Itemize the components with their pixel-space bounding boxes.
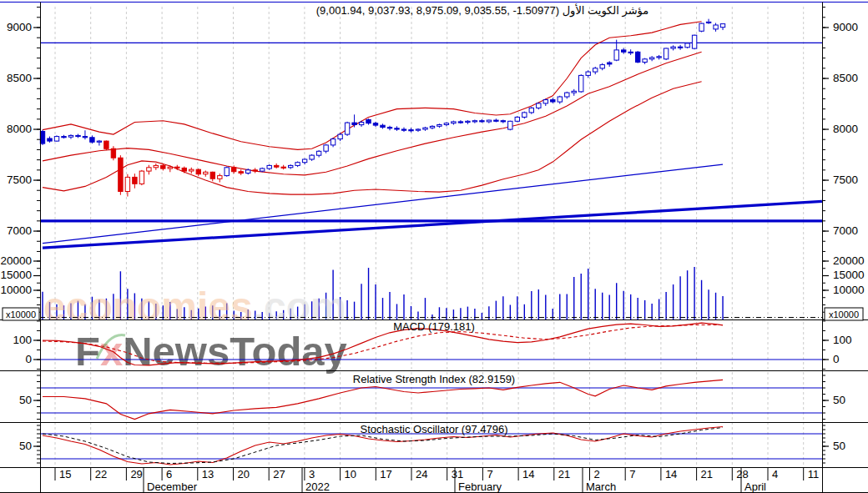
candle-body [232, 168, 236, 172]
macd-tick-label: 100 [13, 334, 32, 346]
candle-body [154, 165, 158, 167]
candle-body [401, 129, 406, 130]
week-label: 7 [629, 468, 635, 480]
candle-body [161, 165, 165, 169]
candle-body [239, 172, 243, 174]
candle-body [714, 25, 718, 29]
candle-body [628, 52, 633, 53]
watermark-news-rest: NewsToday [123, 329, 347, 374]
candle-body [529, 108, 533, 113]
candle-body [90, 138, 94, 143]
price-tick-label: 8000 [833, 123, 858, 135]
candle-body [501, 121, 505, 122]
candle-body [416, 129, 420, 130]
price-tick-label: 7000 [833, 224, 858, 237]
price-tick-label: 8000 [7, 123, 32, 135]
month-label: December [147, 480, 198, 493]
volume-tick-label: 10000 [833, 284, 865, 296]
volume-multiplier-label: x10000 [6, 309, 36, 319]
candle-body [586, 72, 590, 75]
stock-chart: economies.com FxNewsToday 70007000750075… [0, 0, 868, 493]
volume-multiplier-left: x10000 [3, 308, 39, 320]
week-label: 7 [487, 468, 492, 480]
candle-body [310, 155, 314, 159]
candle-body [515, 117, 519, 121]
candle-body [551, 100, 555, 102]
week-label: 11 [808, 468, 820, 480]
month-label: February [458, 480, 502, 493]
candle-body [104, 141, 108, 148]
week-label: 3 [309, 468, 315, 480]
candle-body [600, 65, 604, 68]
candle-body [175, 167, 179, 168]
candle-body [622, 50, 626, 52]
candle-body [608, 63, 612, 64]
axes-layer: 7000700075007500800080008500850090009000… [0, 3, 868, 493]
candle-body [139, 171, 144, 184]
candle-body [260, 169, 265, 171]
candle-body [487, 120, 491, 122]
price-tick-label: 7500 [7, 174, 32, 186]
week-label: 10 [345, 468, 356, 480]
price-tick-label: 9000 [7, 21, 32, 33]
price-tick-label: 7500 [833, 174, 858, 186]
candle-body [458, 122, 462, 123]
candle-body [83, 137, 87, 138]
week-label: 4 [772, 468, 778, 480]
price-tick-label: 9000 [833, 21, 858, 33]
candle-body [366, 119, 371, 123]
chart-window: economies.com FxNewsToday 70007000750075… [0, 0, 868, 493]
candle-body [720, 24, 724, 28]
candle-body [664, 48, 668, 59]
candle-body [494, 120, 498, 121]
candle-body [168, 167, 172, 169]
week-label: 21 [558, 468, 570, 480]
candle-body [76, 135, 80, 136]
watermark-economies: economies.com [43, 284, 346, 329]
rsi-panel-label: Relative Strength Index (82.9159) [353, 373, 515, 385]
week-label: 17 [380, 468, 391, 480]
candle-body [537, 103, 541, 108]
stoch-tick-label: 50 [833, 440, 845, 452]
volume-tick-label: 10000 [0, 284, 32, 296]
candle-body [54, 137, 58, 142]
candle-body [338, 134, 342, 139]
volume-multiplier-right: x10000 [825, 308, 863, 320]
volume-tick-label: 15000 [0, 269, 32, 281]
candle-body [48, 138, 52, 141]
candle-body [543, 100, 548, 103]
week-label: 21 [701, 468, 713, 480]
week-label: 22 [95, 468, 107, 480]
macd-panel-label: MACD (179.181) [393, 320, 475, 333]
candle-body [147, 168, 151, 171]
month-label: April [744, 480, 766, 493]
bollinger-middle [43, 52, 702, 175]
watermark-news-f: F [75, 329, 100, 374]
candle-body [423, 128, 427, 129]
candle-body [593, 68, 598, 72]
candle-body [508, 121, 512, 129]
candle-body [302, 159, 306, 163]
candle-body [68, 135, 73, 137]
candle-body [472, 121, 477, 122]
month-label: March [586, 480, 616, 493]
candle-body [289, 165, 293, 167]
rsi-tick-label: 50 [19, 394, 32, 406]
macd-tick-label: 0 [25, 353, 32, 365]
bollinger-upper [43, 22, 702, 150]
grid-layer [55, 7, 804, 467]
candle-body [359, 123, 363, 125]
candle-body [324, 145, 328, 151]
candle-body [331, 139, 335, 145]
price-tick-label: 8500 [7, 72, 32, 84]
macd-tick-label: 100 [833, 334, 852, 346]
candle-body [678, 47, 682, 48]
candle-body [316, 151, 320, 155]
candle-body [40, 132, 44, 144]
candle-body [189, 169, 194, 171]
week-label: 13 [202, 468, 214, 480]
week-label: 14 [665, 468, 677, 480]
candle-body [97, 141, 101, 142]
candle-body [466, 121, 470, 122]
volume-tick-label: 20000 [833, 254, 865, 267]
